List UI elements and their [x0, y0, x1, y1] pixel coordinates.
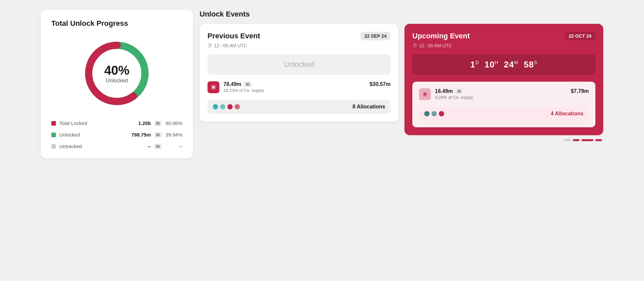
previous-event-card: Previous Event 22 SEP 24 ⏱ 12 : 00 AM UT…: [200, 24, 398, 122]
upcoming-token-info: 18.49m ID 4.29% of Cir. supply $7.79m: [419, 88, 589, 100]
unlocked-label: Unlocked: [59, 132, 80, 138]
previous-event-time: ⏱ 12 : 00 AM UTC: [207, 43, 391, 48]
previous-token-supply: 18.23% of Cir. supply: [223, 88, 264, 93]
unlocked-amount: 798.75m: [131, 132, 151, 138]
unlocked-pct: 39.94%: [165, 132, 182, 138]
clock-icon-upcoming: ⏱: [412, 43, 417, 48]
page-dot-3[interactable]: [581, 139, 593, 141]
pagination: [200, 139, 603, 141]
clock-icon-prev: ⏱: [207, 43, 212, 48]
token-icon-svg: [210, 84, 217, 91]
left-card: Total Unlock Progress 40% Unlocked Total: [41, 10, 193, 158]
unlocked-dot: [51, 133, 56, 137]
main-container: Total Unlock Progress 40% Unlocked Total: [41, 10, 603, 158]
locked-amount: 1.20b: [138, 120, 151, 126]
page-dot-2[interactable]: [573, 139, 579, 141]
upcoming-token-supply: 4.29% of Cir. supply: [435, 95, 473, 100]
donut-percent: 40%: [104, 63, 129, 78]
previous-event-date: 22 SEP 24: [360, 32, 391, 40]
upcoming-alloc-dot-1: [424, 111, 430, 116]
unlocked-status-text: Unlocked: [284, 60, 314, 68]
previous-alloc-dots: [213, 104, 240, 109]
locked-pct: 60.06%: [165, 120, 182, 126]
upcoming-token-badge: ID: [455, 89, 463, 94]
donut-label: Unlocked: [104, 78, 129, 84]
upcoming-event-header: Upcoming Event 22 OCT 24: [412, 32, 595, 40]
previous-allocations-row: 8 Allocations: [207, 100, 391, 114]
untracked-dot: [51, 144, 56, 149]
untracked-amount: --: [148, 143, 151, 149]
countdown-text: 1D 10H 24M 58S: [470, 60, 537, 69]
previous-alloc-text: 8 Allocations: [352, 104, 385, 110]
upcoming-inner-box: 18.49m ID 4.29% of Cir. supply $7.79m: [412, 82, 595, 127]
unlocked-status-box: Unlocked: [207, 54, 391, 75]
left-card-title: Total Unlock Progress: [51, 19, 182, 28]
upcoming-alloc-dot-3: [439, 111, 444, 116]
locked-badge: ID: [154, 121, 162, 126]
donut-chart: 40% Unlocked: [80, 37, 153, 110]
legend: Total Locked 1.20b ID 60.06% Unlocked 79…: [51, 120, 182, 149]
untracked-badge: ID: [154, 144, 162, 149]
right-section: Unlock Events Previous Event 22 SEP 24 ⏱…: [200, 10, 603, 158]
upcoming-event-time: ⏱ 12 : 00 AM UTC: [412, 43, 595, 48]
unlocked-badge: ID: [154, 132, 162, 138]
upcoming-alloc-text: 4 Allocations: [551, 111, 583, 117]
previous-event-title: Previous Event: [207, 32, 260, 40]
legend-row-unlocked: Unlocked 798.75m ID 39.94%: [51, 132, 182, 138]
previous-event-header: Previous Event 22 SEP 24: [207, 32, 391, 40]
previous-token-amount: 78.49m: [223, 81, 241, 87]
locked-dot: [51, 121, 56, 126]
legend-row-untracked: Untracked -- ID --: [51, 143, 182, 149]
page-dot-4[interactable]: [595, 139, 602, 141]
events-row: Previous Event 22 SEP 24 ⏱ 12 : 00 AM UT…: [200, 24, 603, 135]
upcoming-token-icon-svg: [422, 91, 428, 98]
untracked-pct: --: [165, 143, 182, 149]
upcoming-allocations-row: 4 Allocations: [419, 107, 589, 121]
upcoming-alloc-dots: [424, 111, 444, 116]
upcoming-token-icon: [419, 88, 431, 100]
alloc-dot-4: [235, 104, 240, 109]
previous-token-icon: [207, 81, 219, 93]
upcoming-event-card: Upcoming Event 22 OCT 24 ⏱ 12 : 00 AM UT…: [404, 24, 603, 135]
previous-token-usd: $30.57m: [370, 81, 391, 87]
alloc-dot-3: [227, 104, 233, 109]
alloc-dot-1: [213, 104, 218, 109]
donut-center: 40% Unlocked: [104, 63, 129, 84]
upcoming-token-amount: 18.49m: [435, 88, 453, 94]
upcoming-event-date: 22 OCT 24: [565, 32, 595, 40]
upcoming-token-usd: $7.79m: [571, 88, 589, 94]
locked-label: Total Locked: [59, 120, 87, 126]
upcoming-alloc-dot-2: [432, 111, 437, 116]
previous-token-info: 78.49m ID 18.23% of Cir. supply $30.57m: [207, 81, 391, 93]
alloc-dot-2: [220, 104, 225, 109]
legend-row-locked: Total Locked 1.20b ID 60.06%: [51, 120, 182, 126]
countdown-box: 1D 10H 24M 58S: [412, 54, 595, 75]
upcoming-time-text: 12 : 00 AM UTC: [419, 43, 452, 48]
page-dot-1[interactable]: [564, 139, 571, 141]
upcoming-event-title: Upcoming Event: [412, 32, 470, 40]
untracked-label: Untracked: [59, 143, 82, 149]
previous-token-badge: ID: [244, 82, 252, 87]
section-title: Unlock Events: [200, 10, 603, 19]
previous-time-text: 12 : 00 AM UTC: [214, 43, 247, 48]
